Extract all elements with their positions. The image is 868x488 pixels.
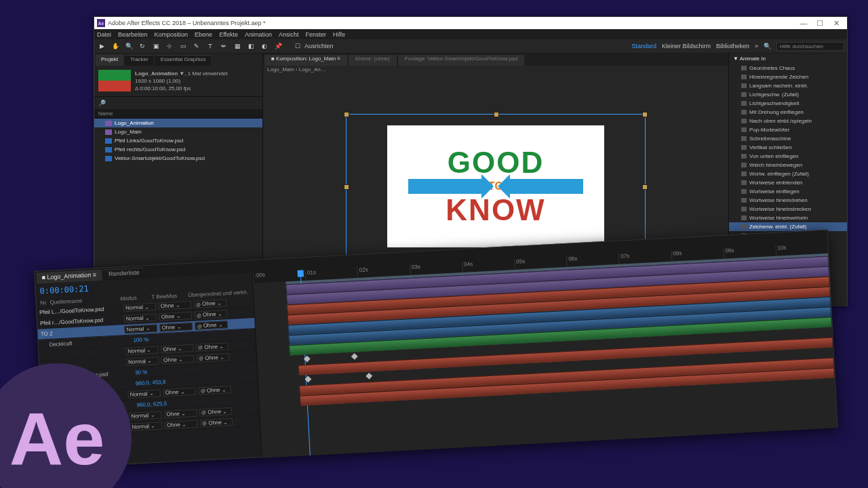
trackmatte-dropdown[interactable]: Ohne ⌄: [159, 312, 193, 321]
tab-footage[interactable]: Footage: Vektor-Smartobjekt/GoodToKnow.p…: [398, 55, 525, 66]
preset-item[interactable]: Pop-Modewörter: [729, 125, 847, 134]
parent-dropdown[interactable]: ◎ Ohne ⌄: [194, 299, 227, 308]
mode-dropdown[interactable]: Normal ⌄: [130, 422, 163, 430]
col-track-matte[interactable]: T BewMas: [151, 292, 185, 300]
project-item[interactable]: Logo_Animation: [94, 119, 262, 127]
menu-ansicht[interactable]: Ansicht: [279, 31, 299, 38]
trackmatte-dropdown[interactable]: Ohne ⌄: [159, 323, 193, 331]
minimize-button[interactable]: —: [795, 19, 812, 27]
preset-item[interactable]: Nach oben einbl./spiegeln: [729, 117, 847, 125]
mode-dropdown[interactable]: Normal ⌄: [124, 314, 157, 323]
rotate-tool-icon[interactable]: ↻: [138, 41, 147, 51]
col-mode[interactable]: Modus: [120, 294, 149, 302]
preset-folder-header[interactable]: ▼ Animate In: [729, 54, 847, 64]
preset-item[interactable]: Wortweise einfliegen: [729, 187, 847, 196]
preset-item[interactable]: Hineinregnende Zeichen: [729, 73, 847, 81]
pen-tool-icon[interactable]: ✎: [192, 41, 201, 51]
preset-item[interactable]: Wortweise hineindrehen: [729, 196, 847, 205]
tab-project[interactable]: Projekt: [96, 55, 123, 66]
parent-dropdown[interactable]: ◎ Ohne ⌄: [197, 353, 230, 362]
col-num[interactable]: Nr.: [40, 300, 47, 306]
project-item[interactable]: Logo_Main: [94, 127, 262, 136]
tab-essential-graphics[interactable]: Essential Graphics: [155, 55, 212, 66]
keyframe-icon[interactable]: [304, 376, 311, 383]
keyframe-icon[interactable]: [304, 356, 311, 363]
mode-dropdown[interactable]: Normal ⌄: [129, 411, 162, 420]
preset-item[interactable]: Langsam nachein. einbl.: [729, 81, 847, 90]
clone-tool-icon[interactable]: ▦: [233, 41, 242, 51]
eraser-tool-icon[interactable]: ◧: [246, 41, 256, 51]
overflow-icon[interactable]: »: [755, 43, 758, 49]
preset-item[interactable]: Mit Drehung einfliegen: [729, 108, 847, 117]
tab-layer[interactable]: Ebene: (ohne): [349, 55, 397, 66]
preset-item[interactable]: Geordnetes Chaos: [729, 64, 847, 73]
menu-hilfe[interactable]: Hilfe: [333, 31, 345, 38]
keyframe-icon[interactable]: [366, 373, 372, 380]
tab-composition[interactable]: ■ Komposition: Logo_Main ≡: [264, 55, 347, 66]
preset-item[interactable]: Wortw. einfliegen (Zufall): [729, 169, 847, 178]
menu-datei[interactable]: Datei: [97, 31, 111, 38]
menu-effekte[interactable]: Effekte: [219, 31, 238, 38]
project-item[interactable]: Vektor-Smartobjekt/GoodToKnow.psd: [94, 154, 262, 163]
handle-icon[interactable]: [344, 184, 349, 190]
selection-tool-icon[interactable]: ▶: [97, 41, 106, 51]
menu-fenster[interactable]: Fenster: [306, 31, 327, 38]
trackmatte-dropdown[interactable]: Ohne ⌄: [165, 420, 198, 429]
keyframe-icon[interactable]: [351, 353, 358, 360]
tab-tracker[interactable]: Tracker: [125, 55, 154, 66]
snap-checkbox[interactable]: ☐: [295, 43, 300, 49]
trackmatte-dropdown[interactable]: Ohne ⌄: [159, 301, 192, 310]
zoom-tool-icon[interactable]: 🔍: [124, 41, 134, 51]
preset-item[interactable]: Zeichenw. einbl. (Zufall): [729, 222, 847, 231]
workspace-libs[interactable]: Bibliotheken: [716, 43, 749, 49]
preset-item[interactable]: Von unten einfliegen: [729, 152, 847, 161]
handle-icon[interactable]: [642, 112, 648, 117]
shape-tool-icon[interactable]: ▭: [178, 41, 188, 51]
menu-komposition[interactable]: Komposition: [155, 31, 189, 38]
text-tool-icon[interactable]: T: [205, 41, 215, 51]
parent-dropdown[interactable]: ◎ Ohne ⌄: [194, 310, 227, 319]
parent-dropdown[interactable]: ◎ Ohne ⌄: [199, 407, 233, 416]
preset-item[interactable]: Wortweise hineinwirbeln: [729, 214, 847, 222]
handle-icon[interactable]: [344, 112, 349, 117]
preset-item[interactable]: Lichtgeschw. (Zufall): [729, 90, 847, 99]
workspace-standard[interactable]: Standard: [631, 43, 656, 49]
workspace-small[interactable]: Kleiner Bildschirm: [662, 43, 711, 49]
project-search-icon[interactable]: 🔎: [98, 100, 106, 106]
trackmatte-dropdown[interactable]: Ohne ⌄: [163, 388, 196, 396]
handle-icon[interactable]: [642, 184, 648, 190]
close-button[interactable]: ✕: [828, 19, 844, 28]
preset-item[interactable]: Wortweise einblenden: [729, 178, 847, 187]
menu-animation[interactable]: Animation: [245, 31, 272, 38]
puppet-tool-icon[interactable]: 📌: [273, 41, 283, 51]
preset-item[interactable]: Lichtgeschwindigkeit: [729, 99, 847, 108]
mode-dropdown[interactable]: Normal ⌄: [124, 325, 157, 333]
project-column-name[interactable]: Name: [94, 109, 262, 119]
handle-icon[interactable]: [494, 112, 499, 117]
project-item[interactable]: Pfeil rechts/GoodToKnow.psd: [94, 145, 262, 154]
parent-dropdown[interactable]: ◎ Ohne ⌄: [198, 386, 231, 394]
preset-item[interactable]: Schreibmaschine: [729, 134, 847, 143]
preset-item[interactable]: Weich hineinbewegen: [729, 161, 847, 169]
mode-dropdown[interactable]: Normal ⌄: [127, 389, 161, 398]
mode-dropdown[interactable]: Normal ⌄: [125, 346, 159, 355]
hand-tool-icon[interactable]: ✋: [111, 41, 120, 51]
mode-dropdown[interactable]: Normal ⌄: [123, 303, 157, 312]
timeline-tracks[interactable]: :00s01s02s03s04s05s06s07s08s09s10s: [253, 243, 837, 458]
comp-breadcrumb[interactable]: Logo_Main ‹ Logo_An…: [263, 66, 728, 77]
roto-tool-icon[interactable]: ◐: [260, 41, 269, 51]
trackmatte-dropdown[interactable]: Ohne ⌄: [164, 409, 197, 418]
trackmatte-dropdown[interactable]: Ohne ⌄: [161, 355, 195, 364]
parent-dropdown[interactable]: ◎ Ohne ⌄: [196, 342, 229, 351]
camera-tool-icon[interactable]: ▣: [151, 41, 161, 51]
help-search-input[interactable]: Hilfe durchsuchen: [776, 42, 844, 51]
maximize-button[interactable]: ☐: [812, 19, 828, 28]
selection-bounding-box[interactable]: GOOD TO KNOW: [346, 114, 646, 259]
preset-item[interactable]: Vertikal schließen: [729, 143, 847, 152]
mode-dropdown[interactable]: Normal ⌄: [126, 357, 159, 366]
menu-ebene[interactable]: Ebene: [195, 31, 212, 38]
brush-tool-icon[interactable]: ✏: [219, 41, 229, 51]
anchor-tool-icon[interactable]: ⊹: [165, 41, 174, 51]
trackmatte-dropdown[interactable]: Ohne ⌄: [161, 344, 194, 353]
menu-bearbeiten[interactable]: Bearbeiten: [118, 31, 148, 38]
